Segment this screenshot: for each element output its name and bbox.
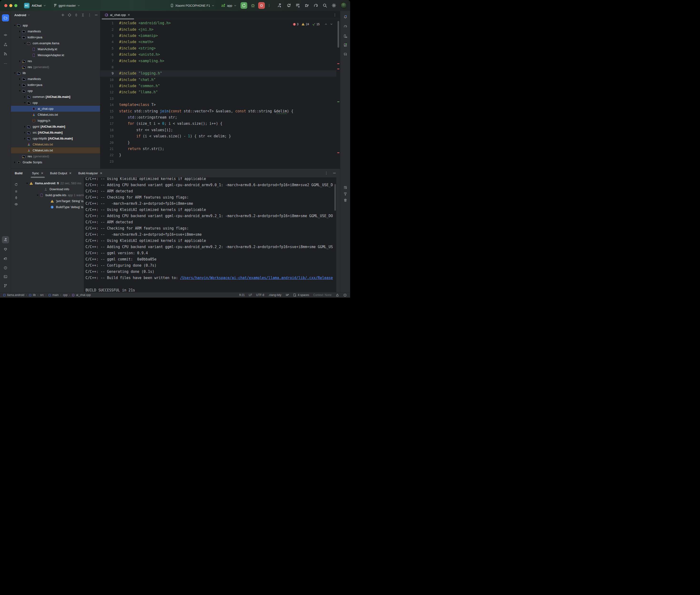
avatar[interactable] [341, 2, 347, 8]
close-tab-icon[interactable]: ✕ [41, 171, 43, 175]
build-tree-item[interactable]: llama.android: fi22 sec, 583 ms [21, 180, 84, 186]
run-configuration-selector[interactable]: app [221, 3, 237, 8]
unlock-icon[interactable] [336, 293, 339, 297]
tree-item-res[interactable]: res(generated) [11, 64, 100, 70]
build-project-button[interactable] [277, 3, 282, 8]
hide-panel-icon[interactable] [333, 171, 336, 175]
chev-right-icon[interactable] [23, 137, 27, 140]
expand-all-icon[interactable] [74, 13, 78, 17]
tree-item-src[interactable]: src[AiChat.lib.main] [11, 130, 100, 136]
tree-item-ggml[interactable]: ggml[AiChat.lib.main] [11, 123, 100, 130]
tree-item-common[interactable]: common[AiChat.lib.main] [11, 94, 100, 100]
tree-item-cpp[interactable]: cpp [11, 88, 100, 94]
device-selector[interactable]: Xiaomi POCOPHONE F1 [170, 4, 215, 7]
close-tab-icon[interactable]: ✕ [128, 13, 130, 17]
code-line-22[interactable]: 22} [100, 152, 336, 158]
chev-down-icon[interactable] [13, 24, 17, 27]
build-tree-item[interactable]: BuildType 'debug' is both de [21, 204, 84, 210]
scroll-to-end-button[interactable] [342, 190, 349, 197]
locate-file-icon[interactable] [68, 13, 72, 17]
clear-console-button[interactable] [342, 197, 349, 204]
project-view-selector[interactable]: Android [14, 13, 30, 17]
attach-debugger-button[interactable] [304, 3, 309, 8]
code-line-12[interactable]: 12#include "llama.h" [100, 89, 336, 95]
tree-item-cpp-httplib[interactable]: cpp-httplib[AiChat.lib.main] [11, 136, 100, 141]
close-window-button[interactable] [4, 4, 7, 7]
scrollbar-thumb[interactable] [337, 21, 339, 48]
code-line-2[interactable]: 2#include <jni.h> [100, 26, 336, 32]
code-line-5[interactable]: 5#include <string> [100, 45, 336, 51]
code-line-21[interactable]: 21 return str.str(); [100, 146, 336, 152]
breadcrumb-item[interactable]: lib [29, 293, 36, 297]
rerun-button[interactable] [241, 2, 247, 9]
gemini-chat-button[interactable] [342, 51, 349, 58]
panel-options-icon[interactable] [88, 13, 91, 17]
chev-down-icon[interactable] [23, 101, 27, 105]
tree-item-manifests[interactable]: manifests [11, 28, 100, 34]
tree-item-manifests[interactable]: manifests [11, 76, 100, 82]
chev-right-icon[interactable] [18, 83, 22, 87]
code-line-11[interactable]: 11#include "common.h" [100, 83, 336, 89]
tree-item-com-example-llama[interactable]: com.example.llama [11, 40, 100, 46]
line-ending[interactable]: LF [249, 293, 252, 297]
more-actions-menu[interactable] [267, 4, 271, 7]
logcat-tool-button[interactable] [2, 255, 9, 262]
chev-down-icon[interactable] [23, 41, 27, 45]
build-tree-item[interactable]: build.gradle.ktsapp 1 warning [21, 192, 84, 198]
code-line-9[interactable]: 9#include "logging.h" [100, 70, 336, 77]
code-area[interactable]: 1#include <android/log.h>2#include <jni.… [100, 20, 336, 169]
chev-right-icon[interactable] [18, 77, 22, 81]
build-tree-item[interactable]: 'jvmTarget: String' is deprec [21, 198, 84, 204]
chev-right-icon[interactable] [13, 161, 17, 164]
tree-item-cmakelists-txt[interactable]: CMakeLists.txt [11, 112, 100, 118]
encoding[interactable]: UTF-8 [256, 293, 264, 297]
notifications-button[interactable] [342, 13, 349, 21]
code-line-18[interactable]: 18 str << values[i]; [100, 127, 336, 133]
tree-item-kotlin-java[interactable]: kotlin+java [11, 34, 100, 40]
tree-item-cmakelists-txt[interactable]: CMakeLists.txt [11, 141, 100, 147]
project-tool-button[interactable] [2, 14, 9, 22]
build-output-path-link[interactable]: /Users/hanyin/Workspace/ai-chat/examples… [180, 276, 333, 280]
stop-button[interactable] [258, 2, 265, 9]
tab-ai-chat-cpp[interactable]: C ai_chat.cpp ✕ [103, 11, 132, 19]
version-control-tool-button[interactable] [2, 282, 9, 289]
soft-wrap-button[interactable] [342, 184, 349, 191]
context-widget[interactable]: Context: None [313, 293, 332, 297]
breadcrumb-item[interactable]: main [48, 293, 59, 297]
device-manager-button[interactable] [342, 33, 349, 40]
running-devices-button[interactable] [342, 41, 349, 49]
chev-right-icon[interactable] [18, 30, 22, 33]
hide-panel-icon[interactable] [94, 13, 98, 17]
editor-options-icon[interactable] [333, 13, 337, 17]
code-line-4[interactable]: 4#include <cmath> [100, 39, 336, 45]
breadcrumb-item[interactable]: cpp [63, 293, 67, 297]
tab-build-analyzer[interactable]: Build Analyzer ✕ [78, 169, 103, 177]
tree-item-logging-h[interactable]: logging.h [11, 118, 100, 123]
editor[interactable]: C ai_chat.cpp ✕ 3 24 15 [100, 11, 340, 169]
chev-down-icon[interactable] [18, 35, 22, 39]
tree-item-mainactivity-kt[interactable]: MainActivity.kt [11, 46, 100, 52]
prev-problem-icon[interactable] [325, 23, 328, 26]
code-line-7[interactable]: 7#include <sampling.h> [100, 58, 336, 64]
tree-item-res[interactable]: res(generated) [11, 153, 100, 159]
panel-options-icon[interactable] [325, 171, 328, 175]
close-tab-icon[interactable]: ✕ [69, 171, 72, 175]
tab-build-output[interactable]: Build Output ✕ [50, 169, 72, 177]
add-icon[interactable] [61, 13, 65, 17]
chev-right-icon[interactable] [23, 95, 27, 99]
code-line-16[interactable]: 16 std::ostringstream str; [100, 114, 336, 120]
suspend-icon[interactable] [14, 190, 18, 193]
code-line-20[interactable]: 20 } [100, 139, 336, 145]
chev-right-icon[interactable] [23, 125, 27, 129]
console-scrollbar-thumb[interactable] [334, 184, 336, 211]
caret-position[interactable]: 9:21 [239, 293, 245, 297]
search-everywhere-button[interactable] [323, 3, 327, 8]
code-line-14[interactable]: 14template<class T> [100, 102, 336, 108]
gradle-tool-button[interactable] [342, 23, 349, 30]
breadcrumb-item[interactable]: src [40, 293, 44, 297]
error-stripe-mark[interactable] [337, 152, 339, 153]
refresh-icon[interactable] [14, 182, 18, 187]
chev-right-icon[interactable] [18, 59, 22, 63]
code-line-13[interactable]: 13 [100, 95, 336, 102]
code-line-10[interactable]: 10#include "chat.h" [100, 77, 336, 83]
